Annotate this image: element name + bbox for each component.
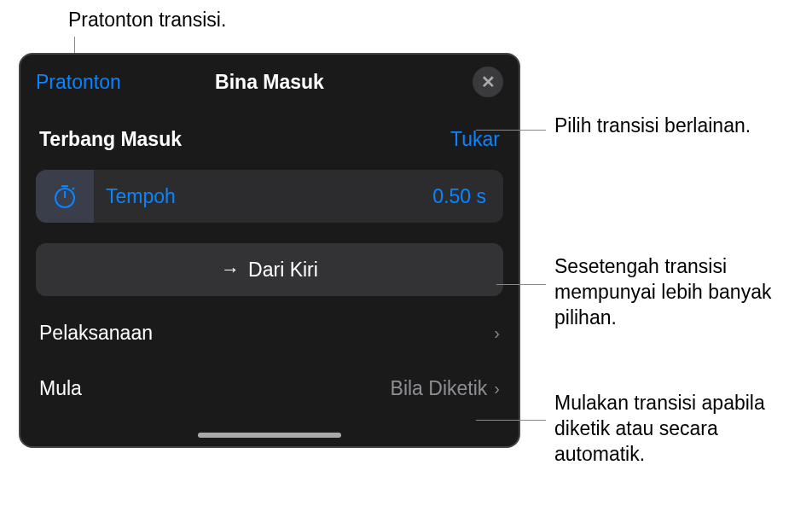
timer-icon — [51, 183, 78, 210]
panel-title: Bina Masuk — [215, 71, 324, 94]
start-value: Bila Diketik — [391, 377, 488, 400]
change-button[interactable]: Tukar — [450, 128, 500, 151]
callout-change-label: Pilih transisi berlainan. — [554, 113, 751, 139]
callout-line — [476, 420, 546, 421]
callout-line — [496, 284, 546, 285]
direction-button[interactable]: → Dari Kiri — [36, 243, 503, 296]
close-icon: ✕ — [481, 72, 496, 92]
callout-preview-label: Pratonton transisi. — [68, 9, 226, 32]
callout-direction-label: Sesetengah transisi mempunyai lebih bany… — [554, 254, 812, 331]
duration-icon-wrap — [36, 170, 94, 223]
arrow-right-icon: → — [221, 259, 240, 281]
duration-control[interactable]: Tempoh 0.50 s — [36, 170, 503, 223]
effect-row: Terbang Masuk Tukar — [20, 104, 519, 166]
execution-row[interactable]: Pelaksanaan › — [20, 296, 519, 362]
home-indicator — [198, 433, 341, 438]
start-value-wrap: Bila Diketik › — [391, 377, 500, 400]
close-button[interactable]: ✕ — [473, 67, 503, 97]
chevron-right-icon: › — [494, 379, 500, 398]
start-label: Mula — [39, 377, 82, 400]
direction-label: Dari Kiri — [248, 259, 318, 282]
chevron-right-icon: › — [494, 323, 500, 343]
duration-label: Tempoh — [106, 185, 432, 208]
callout-line — [476, 130, 546, 131]
build-in-panel: Pratonton Bina Masuk ✕ Terbang Masuk Tuk… — [19, 53, 520, 448]
start-row[interactable]: Mula Bila Diketik › — [20, 362, 519, 400]
svg-line-3 — [72, 188, 74, 189]
execution-label: Pelaksanaan — [39, 322, 153, 345]
panel-header: Pratonton Bina Masuk ✕ — [20, 55, 519, 104]
effect-name-label: Terbang Masuk — [39, 128, 182, 151]
callout-start-label: Mulakan transisi apabila diketik atau se… — [554, 391, 812, 468]
preview-button[interactable]: Pratonton — [36, 71, 121, 94]
duration-value: 0.50 s — [432, 185, 486, 208]
